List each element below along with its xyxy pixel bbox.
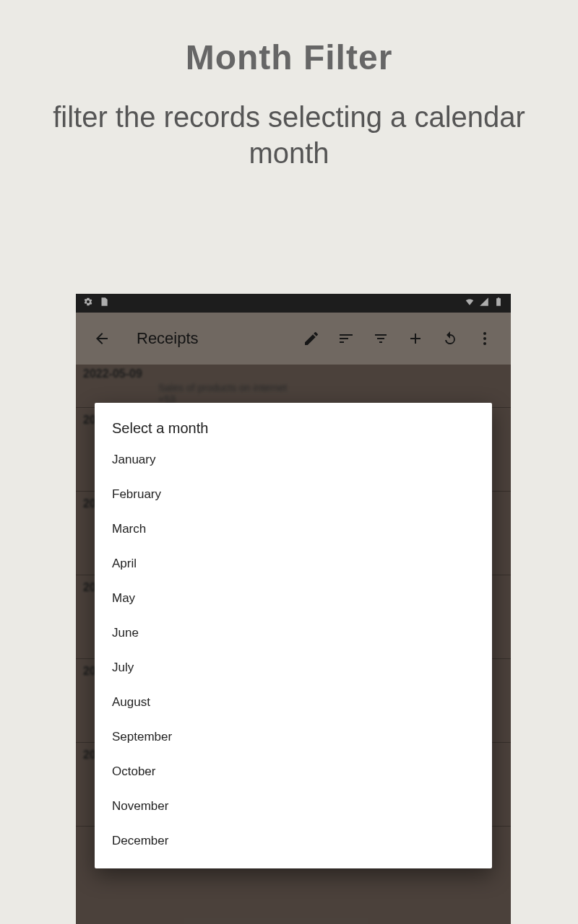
row-desc: Sales of products on internet: [158, 382, 504, 393]
document-icon: [99, 297, 109, 310]
app-title: Receipts: [137, 329, 199, 348]
svg-point-2: [483, 342, 486, 345]
wifi-icon: [465, 297, 475, 310]
sort-icon[interactable]: [329, 321, 363, 356]
month-option-may[interactable]: May: [95, 581, 492, 616]
app-bar: Receipts: [76, 313, 511, 365]
add-icon[interactable]: [398, 321, 433, 356]
month-dialog: Select a month January February March Ap…: [95, 403, 492, 868]
month-option-december[interactable]: December: [95, 824, 492, 858]
month-option-october[interactable]: October: [95, 754, 492, 789]
month-option-september[interactable]: September: [95, 720, 492, 754]
back-icon[interactable]: [85, 321, 119, 356]
refresh-icon[interactable]: [433, 321, 467, 356]
row-date: 2022-05-09: [83, 367, 504, 380]
battery-icon: [493, 297, 504, 310]
gear-icon: [83, 297, 93, 310]
month-option-november[interactable]: November: [95, 789, 492, 824]
edit-icon[interactable]: [294, 321, 329, 356]
svg-point-1: [483, 337, 486, 340]
month-option-june[interactable]: June: [95, 616, 492, 650]
phone-frame: Receipts 2022-05-09 Sales of: [76, 294, 511, 924]
filter-icon[interactable]: [363, 321, 398, 356]
promo-title: Month Filter: [0, 38, 578, 77]
more-icon[interactable]: [467, 321, 502, 356]
signal-icon: [479, 297, 489, 310]
dialog-title: Select a month: [95, 416, 492, 443]
month-option-january[interactable]: January: [95, 443, 492, 477]
status-bar: [76, 294, 511, 313]
month-option-july[interactable]: July: [95, 650, 492, 685]
month-option-august[interactable]: August: [95, 685, 492, 720]
month-option-march[interactable]: March: [95, 512, 492, 546]
promo-subtitle: filter the records selecting a calendar …: [0, 99, 578, 171]
month-option-february[interactable]: February: [95, 477, 492, 512]
svg-point-0: [483, 332, 486, 335]
month-option-april[interactable]: April: [95, 546, 492, 581]
list-item[interactable]: 2022-05-09 Sales of products on internet…: [76, 365, 511, 408]
